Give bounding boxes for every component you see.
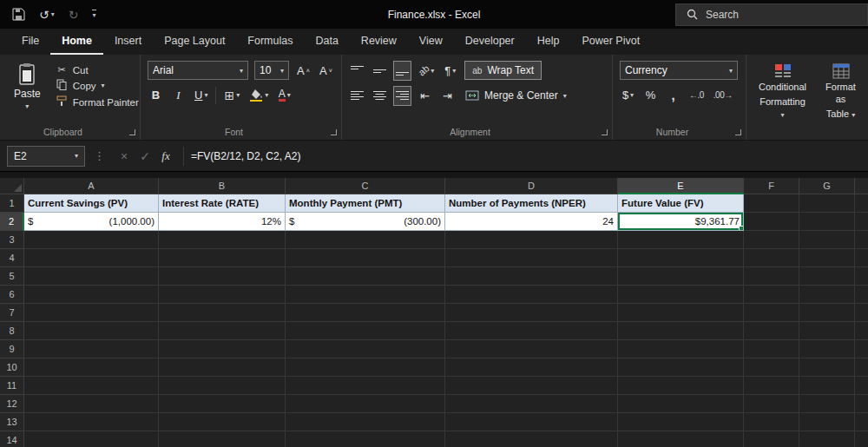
cell-G14[interactable] — [799, 431, 855, 447]
font-color-button[interactable]: A▾ — [276, 86, 293, 104]
cell-G7[interactable] — [799, 304, 855, 322]
cell-B10[interactable] — [159, 358, 286, 377]
merge-center-button[interactable]: Merge & Center ▾ — [462, 86, 570, 105]
select-all-corner[interactable] — [0, 178, 24, 194]
cell-F5[interactable] — [744, 267, 799, 286]
number-format-select[interactable]: Currency▾ — [620, 61, 738, 80]
cell-h10[interactable] — [855, 358, 868, 377]
font-name-select[interactable]: Arial▾ — [148, 61, 248, 80]
cell-D14[interactable] — [445, 431, 618, 447]
cell-G1[interactable] — [799, 194, 855, 213]
increase-decimal-button[interactable]: ←.0 — [687, 86, 706, 104]
cell-C9[interactable] — [286, 340, 445, 358]
cell-G9[interactable] — [799, 340, 855, 358]
clipboard-dialog-launcher-icon[interactable] — [129, 129, 135, 135]
cell-B3[interactable] — [159, 231, 286, 249]
cell-E7[interactable] — [618, 304, 744, 322]
cell-F1[interactable] — [744, 194, 799, 213]
row-header-9[interactable]: 9 — [0, 340, 24, 358]
cell-F9[interactable] — [744, 340, 799, 358]
customize-quick-access-button[interactable]: ▾ — [92, 10, 95, 19]
cell-E13[interactable] — [618, 413, 744, 431]
cell-E1[interactable]: Future Value (FV) — [618, 194, 744, 213]
cell-B14[interactable] — [159, 431, 286, 447]
cell-D1[interactable]: Number of Payments (NPER) — [445, 194, 618, 213]
decrease-font-size-button[interactable]: A˅ — [318, 62, 334, 80]
cell-F12[interactable] — [744, 395, 799, 413]
underline-button[interactable]: U▾ — [193, 86, 209, 104]
align-right-button[interactable] — [394, 87, 411, 105]
format-painter-button[interactable]: Format Painter — [56, 95, 139, 108]
format-as-table-button[interactable]: Format as Table ▾ — [819, 61, 863, 124]
cell-G2[interactable] — [799, 213, 855, 231]
increase-font-size-button[interactable]: A˄ — [295, 62, 312, 80]
alignment-dialog-launcher-icon[interactable] — [602, 129, 608, 135]
cell-A13[interactable] — [24, 413, 159, 431]
cell-E9[interactable] — [618, 340, 744, 358]
cell-F4[interactable] — [744, 249, 799, 267]
cell-G10[interactable] — [799, 358, 855, 377]
cell-B5[interactable] — [159, 267, 286, 286]
cut-button[interactable]: ✂Cut — [56, 64, 139, 76]
cell-C1[interactable]: Monthly Payment (PMT) — [286, 194, 445, 213]
italic-button[interactable]: I — [170, 86, 187, 104]
cell-E12[interactable] — [618, 395, 744, 413]
row-header-2[interactable]: 2 — [0, 213, 24, 231]
cell-G12[interactable] — [799, 395, 855, 413]
row-header-7[interactable]: 7 — [0, 304, 24, 322]
cell-B12[interactable] — [159, 395, 286, 413]
cell-D4[interactable] — [445, 249, 618, 267]
cell-A9[interactable] — [24, 340, 159, 358]
cell-h9[interactable] — [855, 340, 868, 358]
cell-F14[interactable] — [744, 431, 799, 447]
conditional-formatting-button[interactable]: Conditional Formatting ▾ — [753, 61, 812, 124]
cell-h4[interactable] — [855, 249, 868, 267]
row-header-3[interactable]: 3 — [0, 231, 24, 249]
cell-B8[interactable] — [159, 322, 286, 340]
cell-D8[interactable] — [445, 322, 618, 340]
cell-B6[interactable] — [159, 286, 286, 304]
row-header-1[interactable]: 1 — [0, 194, 24, 213]
cell-E8[interactable] — [618, 322, 744, 340]
row-header-10[interactable]: 10 — [0, 358, 24, 377]
cell-D9[interactable] — [445, 340, 618, 358]
cell-F10[interactable] — [744, 358, 799, 377]
cell-G11[interactable] — [799, 377, 855, 395]
comma-style-button[interactable]: , — [665, 86, 681, 104]
row-header-14[interactable]: 14 — [0, 431, 24, 447]
search-box[interactable]: Search — [675, 3, 868, 26]
cell-A7[interactable] — [24, 304, 159, 322]
column-header-G[interactable]: G — [799, 178, 855, 194]
cell-D3[interactable] — [445, 231, 618, 249]
cell-C5[interactable] — [286, 267, 445, 286]
cell-C3[interactable] — [286, 231, 445, 249]
decrease-indent-button[interactable]: ⇤ — [417, 87, 433, 105]
cell-G3[interactable] — [799, 231, 855, 249]
column-header-B[interactable]: B — [159, 178, 286, 194]
font-size-select[interactable]: 10▾ — [254, 61, 289, 80]
cell-B2[interactable]: 12% — [159, 213, 286, 231]
cell-B9[interactable] — [159, 340, 286, 358]
align-left-button[interactable] — [349, 87, 365, 105]
cell-A5[interactable] — [24, 267, 159, 286]
paste-button[interactable]: Paste ▾ — [7, 61, 48, 112]
cell-C8[interactable] — [286, 322, 445, 340]
cell-h8[interactable] — [855, 322, 868, 340]
cell-E10[interactable] — [618, 358, 744, 377]
align-middle-button[interactable] — [372, 62, 388, 80]
cell-D11[interactable] — [445, 377, 618, 395]
cell-C12[interactable] — [286, 395, 445, 413]
cell-h1[interactable] — [855, 194, 868, 213]
cell-E3[interactable] — [618, 231, 744, 249]
name-box[interactable]: E2▾ — [7, 146, 85, 167]
text-direction-button[interactable]: ¶▾ — [442, 62, 458, 80]
cell-h7[interactable] — [855, 304, 868, 322]
cell-F8[interactable] — [744, 322, 799, 340]
cell-A6[interactable] — [24, 286, 159, 304]
cell-h6[interactable] — [855, 286, 868, 304]
cell-A14[interactable] — [24, 431, 159, 447]
cell-B13[interactable] — [159, 413, 286, 431]
fill-handle[interactable] — [739, 226, 743, 230]
cancel-button[interactable]: × — [114, 149, 135, 163]
cell-C4[interactable] — [286, 249, 445, 267]
